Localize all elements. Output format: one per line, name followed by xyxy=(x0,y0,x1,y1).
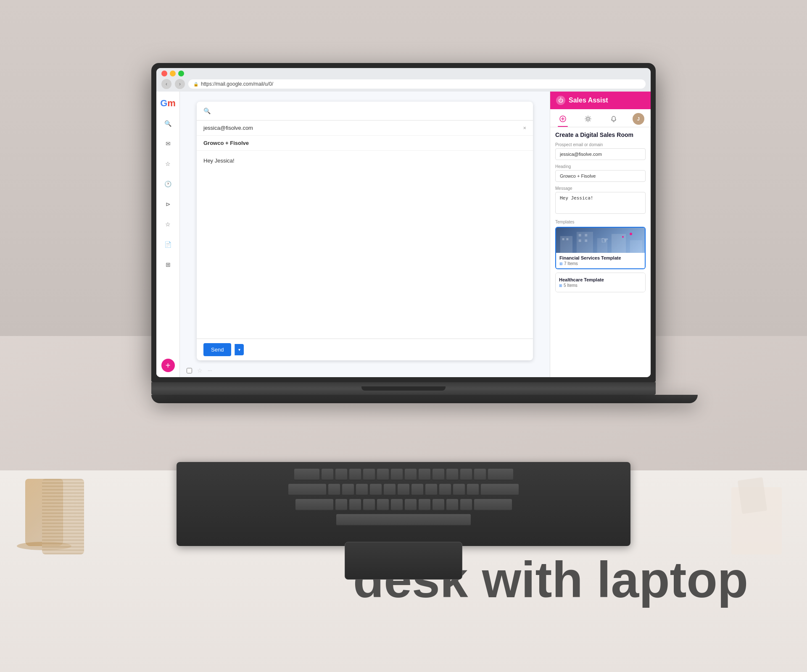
sidebar-clock-icon[interactable]: 🕐 xyxy=(161,177,175,191)
address-input[interactable]: 🔒 https://mail.google.com/mail/u/0/ xyxy=(188,79,646,89)
sales-panel-nav: J xyxy=(550,109,651,127)
browser-address-bar: ‹ › 🔒 https://mail.google.com/mail/u/0/ xyxy=(161,79,646,89)
healthcare-template-card[interactable]: Healthcare Template ⊞ 5 Items xyxy=(555,273,646,292)
gmail-logo: Gm xyxy=(161,97,175,110)
key xyxy=(370,484,382,496)
browser-content: Gm 🔍 ✉ ☆ 🕐 ⊳ ☆ 📄 ⊞ + xyxy=(156,92,651,377)
key xyxy=(453,484,465,496)
compose-to-field[interactable]: jessica@fisolve.com × xyxy=(197,121,533,136)
sales-panel-title: Sales Assist xyxy=(569,97,608,104)
compose-subject-field[interactable]: Growco + Fisolve xyxy=(197,136,533,151)
gmail-m-icon: Gm xyxy=(160,98,176,109)
sales-nav-bell-icon[interactable] xyxy=(607,113,620,125)
sidebar-inbox-icon[interactable]: ✉ xyxy=(161,137,175,150)
compose-close-icon[interactable]: × xyxy=(523,125,526,131)
template-image-inner: ☞ xyxy=(556,228,645,253)
star-icon[interactable]: ☆ xyxy=(197,367,203,374)
key xyxy=(384,484,396,496)
compose-search-bar: 🔍 xyxy=(197,102,533,121)
svg-rect-13 xyxy=(579,239,581,242)
heading-label: Heading xyxy=(555,164,646,169)
heading-input[interactable] xyxy=(555,170,646,182)
key xyxy=(335,469,347,480)
key xyxy=(363,499,375,511)
user-avatar[interactable]: J xyxy=(633,113,644,125)
key xyxy=(474,499,512,511)
browser-window: ‹ › 🔒 https://mail.google.com/mail/u/0/ xyxy=(156,68,651,377)
sidebar-grid-icon[interactable]: ⊞ xyxy=(161,258,175,271)
laptop-hinge xyxy=(151,382,656,395)
sidebar-add-button[interactable]: + xyxy=(161,359,175,372)
url-text: https://mail.google.com/mail/u/0/ xyxy=(201,81,273,87)
svg-rect-9 xyxy=(562,238,564,240)
sales-assist-panel: ⏻ Sales Assist xyxy=(550,92,651,377)
key xyxy=(322,469,333,480)
key xyxy=(446,499,458,511)
fullscreen-window-button[interactable] xyxy=(178,71,184,76)
browser-titlebar xyxy=(161,71,646,76)
plus-icon: + xyxy=(166,361,171,370)
spacebar-key xyxy=(336,514,471,526)
prospect-email-label: Prospect email or domain xyxy=(555,142,646,147)
compose-to-value: jessica@fisolve.com xyxy=(203,125,253,131)
compose-footer: Send ▾ xyxy=(197,339,533,360)
sidebar-star-icon[interactable]: ☆ xyxy=(161,157,175,171)
key xyxy=(411,484,423,496)
key xyxy=(419,499,430,511)
sales-panel-body: Create a Digital Sales Room Prospect ema… xyxy=(550,127,651,377)
compose-body[interactable]: Hey Jessica! xyxy=(197,151,533,339)
close-window-button[interactable] xyxy=(161,71,167,76)
send-label: Send xyxy=(211,346,224,353)
email-list-item: ☆ ··· xyxy=(180,364,550,377)
key xyxy=(488,469,513,480)
decorative-object xyxy=(738,477,767,514)
key xyxy=(288,484,326,496)
email-checkbox[interactable] xyxy=(187,368,192,373)
healthcare-template-items: ⊞ 5 Items xyxy=(559,283,642,288)
back-button[interactable]: ‹ xyxy=(161,79,171,89)
sales-assist-logo: ⏻ xyxy=(556,96,565,105)
compose-search-input[interactable] xyxy=(215,108,526,114)
key xyxy=(481,484,519,496)
sidebar-search-icon[interactable]: 🔍 xyxy=(161,117,175,130)
traffic-lights xyxy=(161,71,184,76)
financial-services-template-items: ⊞ 7 Items xyxy=(559,261,641,266)
browser-chrome: ‹ › 🔒 https://mail.google.com/mail/u/0/ xyxy=(156,68,651,92)
gmail-main: 🔍 jessica@fisolve.com × xyxy=(180,92,550,377)
keyboard-row-3 xyxy=(183,499,624,511)
financial-services-template-image: ☞ xyxy=(556,228,645,253)
financial-services-template-body: Financial Services Template ⊞ 7 Items xyxy=(556,253,645,268)
healthcare-template-body: Healthcare Template ⊞ 5 Items xyxy=(556,273,645,292)
key xyxy=(419,469,430,480)
lock-icon: 🔒 xyxy=(193,82,198,87)
prospect-email-input[interactable] xyxy=(555,148,646,160)
key xyxy=(439,484,451,496)
sidebar-bookmark-icon[interactable]: ☆ xyxy=(161,218,175,231)
avatar-initials: J xyxy=(637,116,640,121)
send-dropdown-button[interactable]: ▾ xyxy=(235,344,244,355)
key xyxy=(425,484,437,496)
send-button[interactable]: Send xyxy=(203,343,231,356)
financial-services-template-card[interactable]: ☞ Financial Services Template ⊞ 7 Items xyxy=(555,227,646,269)
message-label: Message xyxy=(555,186,646,191)
gmail-sidebar: Gm 🔍 ✉ ☆ 🕐 ⊳ ☆ 📄 ⊞ + xyxy=(156,92,180,377)
forward-button[interactable]: › xyxy=(175,79,185,89)
decorative-basket xyxy=(42,479,84,554)
keyboard-row-1 xyxy=(183,469,624,480)
minimize-window-button[interactable] xyxy=(170,71,176,76)
healthcare-template-name: Healthcare Template xyxy=(559,277,642,282)
compose-body-text: Hey Jessica! xyxy=(203,158,235,164)
key xyxy=(405,469,417,480)
key xyxy=(377,469,389,480)
sales-nav-add-icon[interactable] xyxy=(556,113,569,125)
svg-rect-10 xyxy=(566,238,568,240)
sidebar-label-icon[interactable]: ⊳ xyxy=(161,197,175,211)
key xyxy=(349,499,361,511)
sales-nav-settings-icon[interactable] xyxy=(582,113,594,125)
key xyxy=(335,499,347,511)
laptop-trackpad[interactable] xyxy=(345,542,462,580)
message-input[interactable]: Hey Jessica! xyxy=(555,192,646,214)
cursor-icon: ☞ xyxy=(601,235,609,245)
sidebar-doc-icon[interactable]: 📄 xyxy=(161,238,175,251)
keyboard-row-2 xyxy=(183,484,624,496)
